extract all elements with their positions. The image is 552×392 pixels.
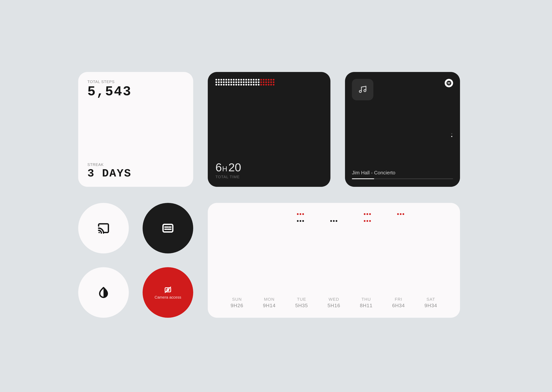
playback-progress-fill bbox=[352, 178, 374, 179]
weekly-day-column: MON9H14 bbox=[253, 297, 286, 308]
contrast-button[interactable] bbox=[78, 267, 129, 318]
album-art-placeholder bbox=[352, 79, 373, 100]
weekly-day-value: 8H11 bbox=[350, 303, 382, 308]
time-widget[interactable]: 6H20 TOTAL TIME bbox=[208, 72, 330, 187]
weekly-day-name: MON bbox=[253, 297, 286, 302]
camera-off-icon bbox=[164, 286, 172, 294]
weekly-day-column: THU8H11 bbox=[350, 297, 382, 308]
steps-total-label: TOTAL STEPS bbox=[87, 80, 184, 84]
weekly-dot-indicator bbox=[364, 213, 371, 215]
weekly-day-value: 9H34 bbox=[414, 303, 447, 308]
weekly-day-name: SAT bbox=[414, 297, 447, 302]
contrast-icon bbox=[97, 286, 110, 299]
svg-point-3 bbox=[99, 232, 100, 233]
music-widget[interactable]: Jim Hall - Concierto bbox=[345, 72, 460, 187]
weekly-dot-indicator bbox=[297, 213, 304, 215]
weekly-chart[interactable]: SUN9H26MON9H14TUE5H35WED5H16THU8H11FRI6H… bbox=[208, 203, 460, 318]
camera-access-button[interactable]: Camera access bbox=[143, 267, 193, 318]
weekly-day-value: 5H35 bbox=[285, 303, 318, 308]
music-page-indicator[interactable] bbox=[451, 133, 452, 137]
steps-widget[interactable]: TOTAL STEPS 5,543 STREAK 3 DAYS bbox=[78, 72, 193, 187]
weekly-day-value: 6H34 bbox=[382, 303, 415, 308]
weekly-day-name: SUN bbox=[221, 297, 253, 302]
closed-captions-button[interactable] bbox=[143, 203, 193, 253]
weekly-day-name: TUE bbox=[285, 297, 318, 302]
weekly-dot-indicator bbox=[397, 213, 404, 215]
weekly-day-column: SUN9H26 bbox=[221, 297, 253, 308]
weekly-day-name: WED bbox=[318, 297, 350, 302]
weekly-day-column: WED5H16 bbox=[318, 297, 350, 308]
cast-button[interactable] bbox=[78, 203, 129, 253]
time-hours: 6 bbox=[215, 161, 222, 174]
weekly-markers bbox=[217, 213, 451, 236]
time-minutes: 20 bbox=[228, 161, 241, 174]
time-label: TOTAL TIME bbox=[215, 175, 323, 179]
weekly-day-column: TUE5H35 bbox=[285, 297, 318, 308]
svg-rect-4 bbox=[163, 224, 173, 232]
weekly-dot-indicator bbox=[364, 220, 371, 222]
steps-value: 5,543 bbox=[87, 85, 184, 98]
playback-progress[interactable] bbox=[352, 178, 453, 179]
track-title: Jim Hall - Concierto bbox=[352, 170, 453, 176]
weekly-days-axis: SUN9H26MON9H14TUE5H35WED5H16THU8H11FRI6H… bbox=[217, 297, 451, 308]
cast-icon bbox=[97, 222, 110, 235]
camera-access-label: Camera access bbox=[155, 295, 181, 299]
weekly-day-value: 9H14 bbox=[253, 303, 286, 308]
spotify-icon bbox=[445, 79, 453, 87]
weekly-dot-indicator bbox=[330, 220, 337, 222]
weekly-day-value: 5H16 bbox=[318, 303, 350, 308]
time-dot-grid bbox=[215, 79, 275, 86]
weekly-dot-indicator bbox=[297, 220, 304, 222]
streak-value: 3 DAYS bbox=[87, 168, 184, 179]
weekly-day-name: FRI bbox=[382, 297, 415, 302]
weekly-day-column: FRI6H34 bbox=[382, 297, 415, 308]
closed-captions-icon bbox=[161, 222, 174, 235]
weekly-day-name: THU bbox=[350, 297, 382, 302]
music-note-icon bbox=[358, 84, 368, 95]
weekly-day-value: 9H26 bbox=[221, 303, 253, 308]
streak-label: STREAK bbox=[87, 162, 184, 167]
weekly-day-column: SAT9H34 bbox=[414, 297, 447, 308]
time-value: 6H20 bbox=[215, 161, 323, 174]
time-hours-unit: H bbox=[222, 165, 227, 173]
